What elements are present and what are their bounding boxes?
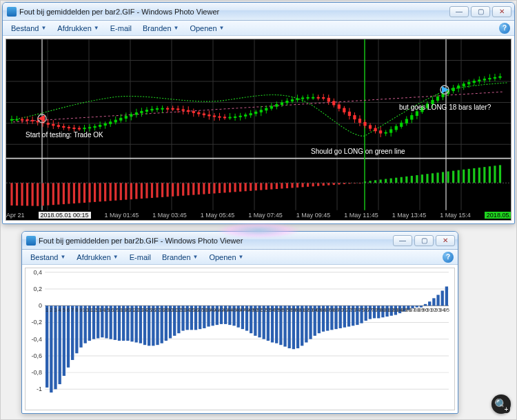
titlebar[interactable]: Fout bij gemiddelden per bar2.GIF - Wind…: [3, 3, 514, 21]
menu-afdrukken[interactable]: Afdrukken▼: [72, 252, 122, 263]
svg-rect-203: [478, 80, 480, 81]
svg-rect-73: [141, 111, 143, 112]
svg-rect-292: [405, 177, 407, 183]
svg-rect-221: [37, 183, 39, 206]
svg-rect-305: [473, 168, 475, 183]
svg-rect-293: [411, 176, 413, 183]
svg-rect-310: [499, 165, 501, 183]
menubar: Bestand▼ Afdrukken▼ E-mail Branden▼ Open…: [22, 250, 458, 265]
svg-rect-414: [441, 290, 444, 306]
svg-rect-127: [281, 103, 283, 105]
svg-rect-322: [50, 306, 52, 392]
svg-text:-0,6: -0,6: [32, 352, 43, 359]
menu-email[interactable]: E-mail: [125, 252, 155, 263]
chevron-down-icon: ▼: [113, 254, 119, 260]
menu-branden[interactable]: Branden▼: [139, 23, 183, 34]
svg-rect-133: [296, 99, 298, 100]
help-icon[interactable]: ?: [443, 252, 454, 263]
menubar: Bestand▼ Afdrukken▼ E-mail Branden▼ Open…: [3, 21, 514, 36]
minimize-button[interactable]: —: [449, 6, 469, 17]
svg-rect-129: [286, 101, 288, 103]
svg-rect-231: [88, 183, 90, 202]
svg-rect-75: [145, 110, 148, 112]
app-icon: [26, 236, 36, 246]
chevron-down-icon: ▼: [193, 254, 199, 260]
svg-rect-415: [445, 286, 448, 306]
svg-rect-266: [270, 183, 272, 189]
svg-rect-291: [401, 177, 403, 183]
svg-rect-177: [411, 116, 413, 120]
svg-rect-290: [395, 178, 397, 183]
svg-rect-248: [177, 183, 179, 196]
svg-rect-245: [161, 183, 163, 197]
svg-rect-43: [63, 126, 65, 127]
svg-rect-135: [301, 98, 303, 99]
svg-rect-411: [428, 301, 431, 306]
menu-branden[interactable]: Branden▼: [158, 252, 203, 263]
svg-text:8: 8: [75, 307, 78, 313]
svg-rect-45: [68, 128, 70, 128]
svg-rect-115: [250, 114, 252, 115]
svg-rect-113: [245, 115, 247, 117]
close-button[interactable]: ✕: [436, 235, 455, 246]
chevron-down-icon: ▼: [60, 254, 65, 260]
svg-rect-179: [416, 112, 418, 116]
svg-rect-256: [219, 183, 221, 193]
svg-text:1: 1: [45, 307, 48, 313]
menu-bestand[interactable]: Bestand▼: [7, 23, 50, 34]
svg-rect-412: [432, 298, 435, 306]
svg-rect-257: [223, 183, 225, 192]
menu-afdrukken[interactable]: Afdrukken▼: [53, 23, 103, 34]
svg-rect-151: [343, 108, 345, 112]
maximize-button[interactable]: ▢: [414, 235, 434, 246]
time-axis: Apr 212018.05.01 00:151 May 01:451 May 0…: [6, 210, 511, 220]
svg-rect-187: [436, 97, 438, 100]
help-icon[interactable]: ?: [499, 23, 510, 34]
price-chart[interactable]: Start of testing: Trade OK Should go LON…: [6, 39, 511, 221]
svg-text:6: 6: [67, 307, 70, 313]
svg-text:-1: -1: [37, 386, 42, 392]
svg-rect-121: [265, 108, 267, 110]
svg-rect-117: [255, 112, 257, 113]
svg-rect-125: [276, 105, 278, 107]
svg-rect-233: [99, 183, 101, 201]
svg-rect-77: [151, 109, 153, 110]
svg-rect-275: [317, 183, 319, 186]
menu-bestand[interactable]: Bestand▼: [26, 252, 70, 263]
svg-text:-0,8: -0,8: [32, 369, 43, 376]
svg-rect-23: [10, 119, 12, 120]
svg-rect-264: [260, 183, 262, 190]
svg-rect-228: [73, 183, 75, 203]
svg-rect-229: [78, 183, 80, 203]
svg-rect-93: [192, 112, 194, 113]
window-title: Fout bij gemiddelden per bar2.GIF - Wind…: [19, 8, 447, 16]
decorative-blur: [217, 223, 300, 238]
svg-rect-251: [192, 183, 194, 194]
maximize-button[interactable]: ▢: [471, 6, 490, 17]
bar-chart[interactable]: 0,40,20-0,2-0,4-0,6-0,8-1 12345678910111…: [25, 268, 455, 410]
svg-rect-107: [229, 117, 231, 118]
svg-rect-105: [223, 117, 225, 118]
svg-rect-137: [307, 97, 309, 98]
svg-rect-171: [395, 126, 397, 130]
menu-email[interactable]: E-mail: [106, 23, 136, 34]
svg-rect-237: [120, 183, 122, 200]
svg-rect-65: [120, 118, 122, 120]
svg-rect-240: [135, 183, 137, 199]
svg-rect-167: [385, 132, 387, 133]
svg-rect-253: [203, 183, 205, 194]
svg-rect-39: [52, 124, 54, 126]
svg-rect-27: [21, 119, 23, 120]
close-button[interactable]: ✕: [492, 6, 511, 17]
svg-rect-123: [270, 106, 272, 108]
menu-openen[interactable]: Openen▼: [205, 252, 247, 263]
svg-rect-261: [245, 183, 247, 191]
menu-openen[interactable]: Openen▼: [185, 23, 228, 34]
minimize-button[interactable]: —: [393, 235, 412, 246]
svg-rect-267: [276, 183, 278, 189]
svg-rect-131: [291, 100, 293, 101]
svg-rect-326: [67, 306, 70, 368]
zoom-in-button[interactable]: 🔍 +: [491, 394, 511, 414]
svg-rect-289: [390, 179, 392, 183]
svg-rect-230: [83, 183, 85, 203]
